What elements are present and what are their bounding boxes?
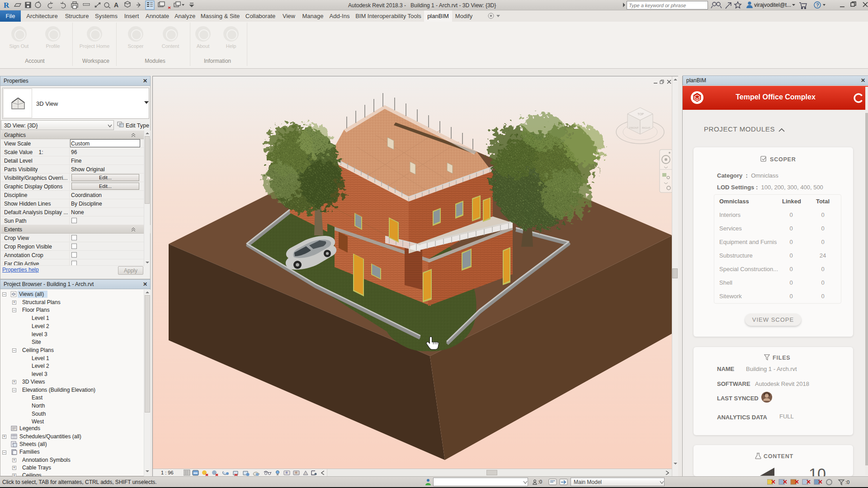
svg-text:RIGHT: RIGHT — [642, 127, 651, 129]
svg-text:✕: ✕ — [783, 479, 788, 485]
svg-text:✕: ✕ — [771, 479, 776, 485]
svg-text:✕: ✕ — [806, 479, 811, 485]
svg-text:✕: ✕ — [794, 479, 799, 485]
svg-text:A: A — [114, 1, 118, 9]
svg-text:TOP: TOP — [637, 113, 644, 116]
svg-text:?: ? — [816, 2, 819, 8]
svg-text:✕: ✕ — [818, 479, 823, 485]
svg-text:R: R — [4, 1, 9, 9]
svg-text:FRONT: FRONT — [629, 127, 639, 129]
svg-text::0: :0 — [845, 479, 849, 485]
svg-text:virajvoditel@t...: virajvoditel@t... — [754, 2, 791, 8]
